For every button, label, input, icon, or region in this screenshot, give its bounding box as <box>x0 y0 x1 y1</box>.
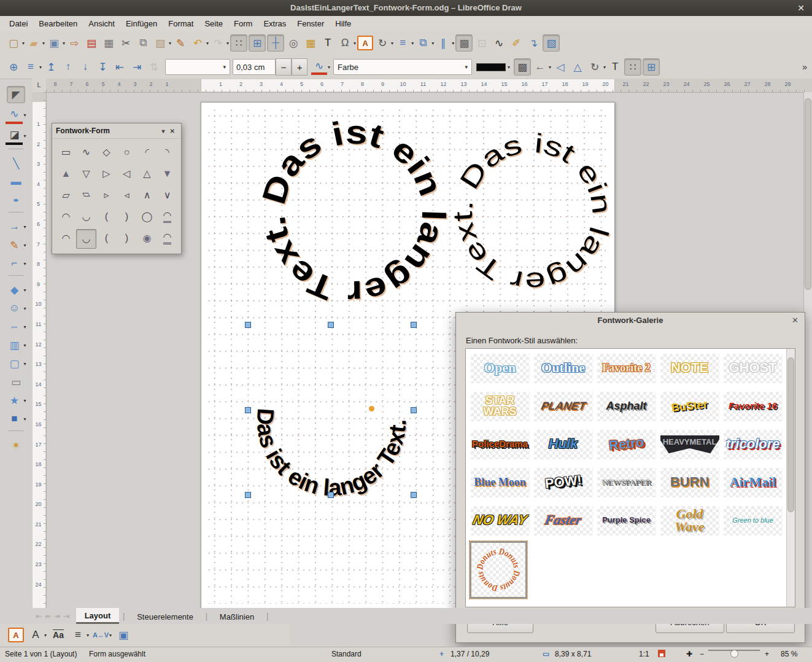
bring-forward-button[interactable]: ↑ <box>60 59 76 75</box>
fontwork-object-arch-down[interactable]: Das ist ein langer Text. Das ist ein lan… <box>252 407 412 502</box>
fontwork-object-circle-bold[interactable]: Das ist ein langer Text. Das ist ein lan… <box>255 113 454 313</box>
dropdown-arrow-icon[interactable]: ▾ <box>87 633 89 638</box>
shape-curve-up[interactable]: ◜ <box>137 143 157 162</box>
selection-handle[interactable] <box>328 322 334 328</box>
dropdown-arrow-icon[interactable]: ▾ <box>23 361 26 367</box>
fontwork-alignment-button[interactable]: ≡ <box>70 627 86 643</box>
shape-arch-up-pour[interactable]: ◠ <box>56 229 76 247</box>
zoom-slider-thumb[interactable] <box>730 650 738 658</box>
style-burn[interactable]: BURN <box>658 467 721 498</box>
fontwork-gallery-button[interactable]: A <box>8 628 24 642</box>
line-color-button[interactable]: ∿ <box>311 59 327 75</box>
align-objects-button[interactable]: ≡ <box>395 35 411 51</box>
style-newspaper[interactable]: NEWSPAPER <box>595 467 658 498</box>
dropdown-arrow-icon[interactable]: ▾ <box>109 633 112 638</box>
fill-style-select[interactable]: Farbe ▾ <box>333 59 472 75</box>
shape-fade-left[interactable]: ◁ <box>117 165 137 183</box>
selection-handle[interactable] <box>328 492 334 498</box>
shape-button-pour[interactable]: ◠ <box>157 229 177 247</box>
menu-einfuegen[interactable]: Einfügen <box>120 17 163 30</box>
divider[interactable] <box>8 149 24 152</box>
dropdown-arrow-icon[interactable]: ▾ <box>23 133 26 139</box>
shadow-toggle-button[interactable]: ▩ <box>514 58 531 76</box>
edit-points-button[interactable]: ∿ <box>491 35 507 51</box>
dropdown-arrow-icon[interactable]: ▾ <box>23 112 26 118</box>
style-ghost[interactable]: GHOST <box>721 352 784 384</box>
toolbar-overflow-button[interactable]: » <box>802 62 812 72</box>
dropdown-arrow-icon[interactable]: ▾ <box>549 64 551 70</box>
style-tricolore[interactable]: tricolore <box>721 429 784 460</box>
shape-slant-down[interactable]: ▱ <box>76 186 96 204</box>
line-color-tool[interactable]: ∿ <box>6 106 23 124</box>
lines-and-arrows-tool[interactable]: → <box>6 219 23 235</box>
dropdown-arrow-icon[interactable]: ▾ <box>63 41 65 46</box>
open-button[interactable]: ▰ <box>26 35 42 51</box>
print-button[interactable]: ▦ <box>101 35 117 51</box>
dropdown-arrow-icon[interactable]: ▾ <box>42 41 45 46</box>
dropdown-arrow-icon[interactable]: ▾ <box>226 41 229 46</box>
flowchart-tool[interactable]: ▥ <box>6 337 23 353</box>
dropdown-arrow-icon[interactable]: ▾ <box>23 324 26 330</box>
shape-arch-down-pour[interactable]: ◡ <box>76 229 96 249</box>
cut-button[interactable]: ✂ <box>118 35 134 51</box>
style-heavymetal[interactable]: HEAVYMETAL <box>658 429 721 460</box>
basic-shapes-tool[interactable]: ◆ <box>6 282 23 298</box>
zoom-level[interactable]: 85 % <box>781 650 797 658</box>
selection-handle[interactable] <box>245 407 251 413</box>
insert-fontwork-button[interactable]: A <box>357 36 373 50</box>
dropdown-arrow-icon[interactable]: ▾ <box>391 41 393 46</box>
shape-trapezoid-down[interactable]: ▼ <box>157 165 177 183</box>
shape-arch-right-curve[interactable]: ) <box>117 208 137 226</box>
unsaved-changes-icon[interactable] <box>658 650 665 657</box>
insert-image-button[interactable]: ▦ <box>303 35 319 51</box>
dropdown-arrow-icon[interactable]: ▾ <box>44 633 47 638</box>
line-style-select[interactable]: ▾ <box>165 59 230 75</box>
curves-polygons-tool[interactable]: ✎ <box>6 237 23 253</box>
behind-object-button[interactable]: ⇥ <box>129 59 145 75</box>
stars-banners-tool[interactable]: ★ <box>6 392 23 408</box>
style-gold-wave[interactable]: Gold Wave <box>658 505 721 536</box>
dropdown-arrow-icon[interactable]: ▾ <box>431 41 434 46</box>
scale-indicator[interactable]: 1:1 <box>639 650 649 658</box>
in-front-of-object-button[interactable]: ⇤ <box>112 59 128 75</box>
shape-circle-curve[interactable]: ◯ <box>137 208 157 226</box>
send-backward-button[interactable]: ↓ <box>77 59 93 75</box>
zoom-fit-icon[interactable]: ✚ <box>686 650 692 658</box>
arrow-style-button[interactable]: ← <box>532 59 548 75</box>
fontwork-same-letter-heights-button[interactable]: Aa <box>50 627 66 643</box>
line-width-increase-button[interactable]: + <box>292 58 307 76</box>
undo-button[interactable]: ↶ <box>190 35 206 51</box>
style-purple-spice[interactable]: Purple Spice <box>595 505 658 536</box>
style-green-to-blue[interactable]: Green to blue <box>721 505 784 536</box>
tab-layout[interactable]: Layout <box>76 608 120 624</box>
fontwork-character-spacing-button[interactable]: A↔V <box>93 627 109 643</box>
zoom-in-button[interactable]: + <box>765 650 769 658</box>
shape-arch-down-curve[interactable]: ◡ <box>76 208 96 226</box>
extrusion-toggle-button[interactable]: ▣ <box>115 627 131 643</box>
dropdown-arrow-icon[interactable]: ▾ <box>23 343 26 348</box>
menu-hilfe[interactable]: Hilfe <box>330 17 357 30</box>
fill-color-tool[interactable]: ◪ <box>6 127 23 145</box>
shape-fade-right[interactable]: ▷ <box>96 165 117 183</box>
style-donuts[interactable]: Donuts Donuts Donuts Donuts <box>470 541 527 599</box>
style-pow[interactable]: POW! <box>532 467 595 498</box>
new-document-button[interactable]: ▢ <box>6 35 21 51</box>
dropdown-arrow-icon[interactable]: ▾ <box>452 41 454 46</box>
save-button[interactable]: ▣ <box>46 35 62 51</box>
shape-arch-left-pour[interactable]: ( <box>96 229 117 247</box>
shape-curve-down[interactable]: ◝ <box>157 143 177 162</box>
ellipse-tool[interactable]: ● <box>7 192 25 208</box>
selection-handle[interactable] <box>245 492 251 498</box>
shape-triangle-down[interactable]: ▽ <box>76 165 96 183</box>
callout-shapes-tool[interactable]: ▢ <box>6 356 23 372</box>
shape-button-curve[interactable]: ◠ <box>157 208 177 226</box>
menu-bearbeiten[interactable]: Bearbeiten <box>33 17 83 30</box>
style-buster[interactable]: BuSter <box>658 391 721 422</box>
shape-arch-right-pour[interactable]: ) <box>117 229 137 247</box>
menu-ansicht[interactable]: Ansicht <box>83 17 120 30</box>
style-faster[interactable]: Faster <box>532 505 595 536</box>
send-to-back-button[interactable]: ↧ <box>95 59 110 75</box>
dropdown-arrow-icon[interactable]: ▾ <box>328 64 330 70</box>
rotate-button[interactable]: ↻ <box>374 35 390 51</box>
dropdown-arrow-icon[interactable]: ▾ <box>23 306 26 311</box>
